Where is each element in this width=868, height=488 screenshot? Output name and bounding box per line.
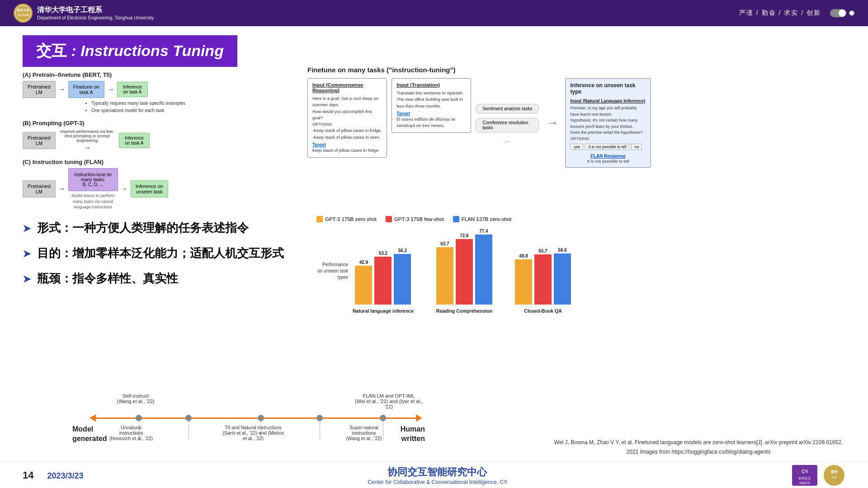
diagram-section-c: (C) Instruction tuning (FLAN) Pretrained… <box>23 159 285 210</box>
translation-target: El nuevo edificio de oficinas se constru… <box>396 116 466 129</box>
bullet-text-2: 瓶颈：指令多样性、真实性 <box>37 271 178 286</box>
bullet-arrow-2: ➤ <box>23 273 31 285</box>
arrow-c1: → <box>58 185 66 193</box>
footer: 14 2023/3/23 协同交互智能研究中心 Center for Colla… <box>0 462 868 488</box>
pretrained-lm-c: PretrainedLM <box>23 180 56 197</box>
dot-3 <box>316 415 323 421</box>
bars-group-1: 63.7 72.6 77.4 <box>436 229 492 305</box>
bar-2-0: 49.8 <box>515 253 532 305</box>
chart-group-label-2: Closed-Book QA <box>524 308 561 314</box>
bullet-arrow-1: ➤ <box>23 248 31 260</box>
bar-val-0-0: 42.9 <box>359 260 368 265</box>
instruction-tune-note: Model learns to perform many tasks via n… <box>68 193 118 210</box>
option-maybe[interactable]: -it is not possible to tell <box>585 144 629 150</box>
svg-text:电子工程系: 电子工程系 <box>18 14 29 16</box>
pretrained-lm-a: PretrainedLM <box>23 81 56 98</box>
bar-val-1-2: 77.4 <box>479 229 488 234</box>
flan-answer: It is not possible to tell <box>570 159 646 164</box>
legend-dot-0 <box>316 216 323 222</box>
bar-rect-2-1 <box>534 254 552 305</box>
instruction-tune-box: Instruction-tune onmany tasks:B, C, D, .… <box>68 168 118 191</box>
translation-text: Translate this sentence to Spanish:The n… <box>396 90 466 109</box>
nli-options: -yes -it is not possible to tell -no <box>570 144 646 150</box>
option-no[interactable]: -no <box>631 144 642 150</box>
bullets-section: ➤ 形式：一种方便人类理解的任务表述指令 ➤ 目的：增加零样本泛化能力；适配人机… <box>23 221 294 296</box>
chart-body: Performance on unseen task types 42.9 53… <box>316 229 615 314</box>
chart-group-label-1: Reading Comprehension <box>436 308 492 314</box>
reference-section: Wei J, Bosma M, Zhao V Y, et al. Finetun… <box>552 438 845 456</box>
human-written-label: Humanwritten <box>401 425 425 444</box>
bullet-arrow-0: ➤ <box>23 223 31 235</box>
bar-rect-2-2 <box>554 253 571 305</box>
option-yes[interactable]: -yes <box>570 144 583 150</box>
section-c-title: (C) Instruction tuning (FLAN) <box>23 159 285 165</box>
commonsense-target-label: Target <box>312 142 382 147</box>
logo-circle: 清华大学 电子工程系 <box>14 4 33 23</box>
bar-1-2: 77.4 <box>475 229 492 305</box>
inference-unseen-box: Inference onunseen task <box>131 180 168 197</box>
slide-title: 交互 : Instructions Tuning <box>36 41 224 61</box>
more-dots: ... <box>476 136 539 143</box>
flan-response-label: FLAN Response <box>570 154 646 159</box>
legend-2: FLAN 137B zero-shot <box>453 216 512 222</box>
dot-4 <box>380 415 386 421</box>
bar-2-1: 55.7 <box>534 249 552 305</box>
right-arrowhead <box>416 414 422 422</box>
footer-logos: C³I 协同交互 智能研究 清华 大学 <box>791 464 845 487</box>
dot-1 <box>185 415 192 421</box>
coreference-btn[interactable]: Coreference resolution tasks <box>476 118 539 132</box>
translation-title: Input (Translation) <box>396 82 466 88</box>
section-a-title: (A) Pretrain–finetune (BERT, T5) <box>23 71 285 78</box>
svg-point-0 <box>15 5 31 21</box>
svg-text:清华: 清华 <box>830 470 838 474</box>
main-content: 交互 : Instructions Tuning (A) Pretrain–fi… <box>0 26 868 488</box>
footer-logo-svg: C³I 协同交互 智能研究 <box>791 464 818 487</box>
svg-text:清华大学: 清华大学 <box>17 8 29 12</box>
more-tasks-col: Sentiment analysis tasks Coreference res… <box>476 103 539 143</box>
legend-dot-2 <box>453 216 459 222</box>
svg-point-7 <box>824 465 844 486</box>
chart-groups: 42.9 53.2 56.2 Natural language inferenc… <box>353 229 571 314</box>
arrow-a2: → <box>107 85 114 94</box>
bars-group-0: 42.9 53.2 56.2 <box>355 248 411 305</box>
header-logo: 清华大学 电子工程系 清华大学电子工程系 Department of Elect… <box>14 4 154 23</box>
legend-label-0: GPT-3 175B zero shot <box>325 216 377 222</box>
bullet-item-0: ➤ 形式：一种方便人类理解的任务表述指令 <box>23 221 294 236</box>
timeline-below: Modelgenerated Humanwritten Unnatural in… <box>72 425 425 456</box>
footer-date: 2023/3/23 <box>47 471 83 481</box>
chart-group-0: 42.9 53.2 56.2 Natural language inferenc… <box>353 248 414 314</box>
toggle[interactable] <box>830 9 854 17</box>
legend-label-2: FLAN 137B zero-shot <box>462 216 512 222</box>
bar-rect-1-0 <box>436 247 453 305</box>
bar-0-0: 42.9 <box>355 260 372 305</box>
legend-dot-1 <box>386 216 392 222</box>
bar-val-1-1: 72.6 <box>460 233 468 238</box>
inference-box-a: Inferenceon task A <box>117 82 148 97</box>
inference-box-b: Inferenceon task A <box>119 133 150 148</box>
nli-text: Premise: At my age you will probably hav… <box>570 105 646 142</box>
title-box: 交互 : Instructions Tuning <box>23 35 237 67</box>
finetune-box: Finetune ontask A <box>68 81 104 98</box>
dot-2 <box>258 415 264 421</box>
bar-val-2-2: 56.6 <box>558 248 566 253</box>
bar-rect-1-1 <box>456 239 473 305</box>
timeline-section: Self-instruct(Wang et al., '22) FLAN LM … <box>45 393 452 456</box>
below-label-1: T0 and Natural instructions(Sanh et al.,… <box>222 425 285 441</box>
footer-center-cn: 协同交互智能研究中心 <box>368 465 507 479</box>
label-self-instruct: Self-instruct(Wang et al., '22) <box>113 393 158 409</box>
left-arrowhead <box>90 414 96 422</box>
sentiment-btn[interactable]: Sentiment analysis tasks <box>476 104 539 113</box>
prompting-note: Improve performance via few-shot prompti… <box>60 129 114 143</box>
bar-2-2: 56.6 <box>554 248 571 305</box>
commonsense-text: Here is a goal: Get a cool sleep on summ… <box>312 95 382 141</box>
translation-target-label: Target <box>396 111 466 116</box>
legend-label-1: GPT-3 175B few-shot <box>394 216 444 222</box>
bar-rect-0-0 <box>355 266 372 305</box>
diagram-section-a: (A) Pretrain–finetune (BERT, T5) Pretrai… <box>23 71 285 114</box>
logo-en: Department of Electronic Engineering, Ts… <box>37 15 154 21</box>
arrow-a1: → <box>58 85 66 94</box>
bar-val-0-2: 56.2 <box>398 248 407 253</box>
commonsense-target: keep stack of pillow cases in fridge <box>312 147 382 154</box>
svg-text:协同交互: 协同交互 <box>798 477 811 480</box>
bullet-text-0: 形式：一种方便人类理解的任务表述指令 <box>37 221 249 236</box>
